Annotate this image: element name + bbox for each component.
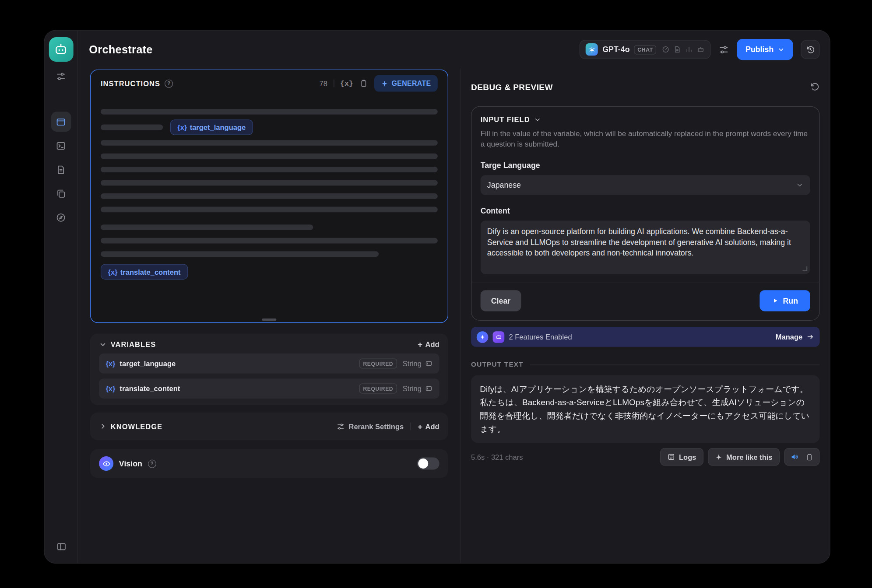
resize-grip-icon[interactable] bbox=[802, 266, 807, 271]
speaker-button[interactable] bbox=[787, 450, 802, 464]
history-button[interactable] bbox=[801, 40, 819, 59]
vision-section: Vision ? bbox=[90, 449, 448, 478]
add-knowledge-button[interactable]: + Add bbox=[418, 422, 440, 430]
divider bbox=[530, 364, 819, 365]
add-variable-button[interactable]: + Add bbox=[418, 340, 440, 348]
sidebar-item-monitoring[interactable] bbox=[51, 207, 71, 228]
variable-chip-label: target_language bbox=[190, 123, 246, 131]
openai-logo-icon bbox=[586, 43, 598, 56]
app-logo[interactable] bbox=[49, 37, 73, 62]
skeleton-line bbox=[101, 154, 438, 159]
target-language-select[interactable]: Japanese bbox=[481, 175, 810, 195]
skeleton-line bbox=[101, 224, 313, 230]
skeleton-line bbox=[101, 125, 163, 130]
file-icon bbox=[674, 46, 682, 53]
variable-chip-translate-content[interactable]: {x} translate_content bbox=[101, 264, 188, 280]
run-label: Run bbox=[783, 296, 798, 305]
publish-label: Publish bbox=[745, 45, 774, 54]
variables-header[interactable]: VARIABLES + Add bbox=[99, 340, 439, 348]
panel-collapse-icon bbox=[56, 541, 67, 552]
more-like-this-button[interactable]: More like this bbox=[708, 448, 780, 466]
clear-label: Clear bbox=[491, 296, 511, 305]
variable-row[interactable]: {x} translate_content REQUIRED String bbox=[99, 378, 439, 399]
help-icon[interactable]: ? bbox=[148, 459, 156, 468]
resize-handle[interactable] bbox=[262, 318, 276, 321]
page-title: Orchestrate bbox=[89, 43, 152, 56]
sidebar-nav bbox=[51, 112, 71, 227]
variable-token-icon: {x} bbox=[177, 123, 187, 131]
orchestrate-pane: INSTRUCTIONS ? 78 {x} GENERATE bbox=[78, 68, 461, 563]
sparkle-icon bbox=[381, 80, 388, 87]
logs-button[interactable]: Logs bbox=[660, 448, 703, 466]
sidebar-item-terminal[interactable] bbox=[51, 136, 71, 156]
agent-feature-icon bbox=[493, 331, 505, 343]
collapse-sidebar-button[interactable] bbox=[51, 536, 71, 556]
bars-icon bbox=[686, 46, 693, 53]
manage-label: Manage bbox=[776, 332, 802, 341]
tune-icon bbox=[719, 44, 729, 55]
input-type-icon bbox=[425, 360, 433, 368]
chevron-down-icon bbox=[534, 116, 541, 124]
divider bbox=[334, 80, 334, 88]
publish-button[interactable]: Publish bbox=[737, 39, 793, 60]
clipboard-icon[interactable] bbox=[359, 79, 368, 88]
instructions-title: INSTRUCTIONS bbox=[101, 79, 160, 88]
refresh-icon bbox=[810, 82, 820, 92]
sidebar-item-orchestrate[interactable] bbox=[51, 112, 71, 132]
variable-row[interactable]: {x} target_language REQUIRED String bbox=[99, 354, 439, 374]
variable-name: target_language bbox=[120, 359, 176, 368]
stage: Orchestrate GPT-4o CHAT bbox=[0, 0, 872, 588]
sidebar-item-annotation[interactable] bbox=[51, 183, 71, 203]
features-enabled-label: 2 Features Enabled bbox=[509, 332, 572, 341]
input-field-header[interactable]: INPUT FIELD bbox=[481, 116, 810, 124]
model-mode-badge: CHAT bbox=[634, 45, 657, 54]
required-badge: REQUIRED bbox=[359, 358, 397, 368]
input-field-title: INPUT FIELD bbox=[481, 116, 530, 124]
vision-label: Vision bbox=[119, 459, 142, 468]
model-settings-button[interactable] bbox=[719, 44, 729, 55]
variable-token-icon[interactable]: {x} bbox=[340, 79, 353, 88]
content-textarea[interactable]: Dify is an open-source platform for buil… bbox=[481, 220, 810, 274]
help-icon[interactable]: ? bbox=[165, 79, 173, 88]
header-actions: GPT-4o CHAT Publish bbox=[580, 39, 819, 60]
app-header: Orchestrate GPT-4o CHAT bbox=[78, 31, 830, 68]
skeleton-line bbox=[101, 238, 438, 244]
variable-name: translate_content bbox=[120, 384, 180, 392]
model-param-icons bbox=[662, 46, 705, 53]
output-footer: 5.6s · 321 chars Logs More like this bbox=[471, 448, 820, 466]
gauge-icon bbox=[662, 46, 670, 53]
app-window: Orchestrate GPT-4o CHAT bbox=[45, 31, 830, 563]
run-button[interactable]: Run bbox=[759, 290, 810, 311]
rerank-settings-button[interactable]: Rerank Settings bbox=[337, 422, 404, 430]
chevron-down-icon bbox=[777, 46, 785, 53]
restart-debug-button[interactable] bbox=[810, 82, 820, 92]
compass-icon bbox=[56, 212, 66, 223]
arrow-right-icon bbox=[806, 333, 814, 341]
knowledge-section: KNOWLEDGE Rerank Settings + Add bbox=[90, 413, 448, 441]
skeleton-line bbox=[101, 207, 438, 213]
bot-icon bbox=[697, 46, 705, 53]
vision-toggle[interactable] bbox=[417, 458, 440, 470]
debug-pane: DEBUG & PREVIEW INPUT FIELD Fill in the … bbox=[461, 68, 830, 563]
skeleton-line bbox=[101, 180, 438, 186]
vision-eye-icon bbox=[99, 456, 113, 471]
output-title: OUTPUT TEXT bbox=[471, 360, 524, 368]
generate-button[interactable]: GENERATE bbox=[374, 75, 438, 92]
model-selector[interactable]: GPT-4o CHAT bbox=[580, 40, 711, 59]
knowledge-header[interactable]: KNOWLEDGE Rerank Settings + Add bbox=[99, 422, 439, 430]
variable-token-icon: {x} bbox=[105, 384, 115, 392]
variable-type: String bbox=[403, 359, 433, 368]
manage-features-button[interactable]: Manage bbox=[776, 332, 814, 341]
skeleton-line bbox=[101, 193, 438, 199]
skeleton-line bbox=[101, 251, 379, 257]
variable-token-icon: {x} bbox=[108, 268, 117, 276]
variable-type-label: String bbox=[403, 384, 422, 392]
sidebar-item-tuning[interactable] bbox=[51, 66, 71, 86]
copy-output-button[interactable] bbox=[802, 450, 817, 464]
sidebar-item-logs[interactable] bbox=[51, 160, 71, 180]
variable-chip-target-language[interactable]: {x} target_language bbox=[170, 119, 253, 135]
instructions-panel[interactable]: INSTRUCTIONS ? 78 {x} GENERATE bbox=[90, 70, 448, 323]
variable-type-label: String bbox=[403, 359, 422, 368]
clear-button[interactable]: Clear bbox=[481, 290, 521, 311]
variable-token-icon: {x} bbox=[105, 359, 115, 368]
